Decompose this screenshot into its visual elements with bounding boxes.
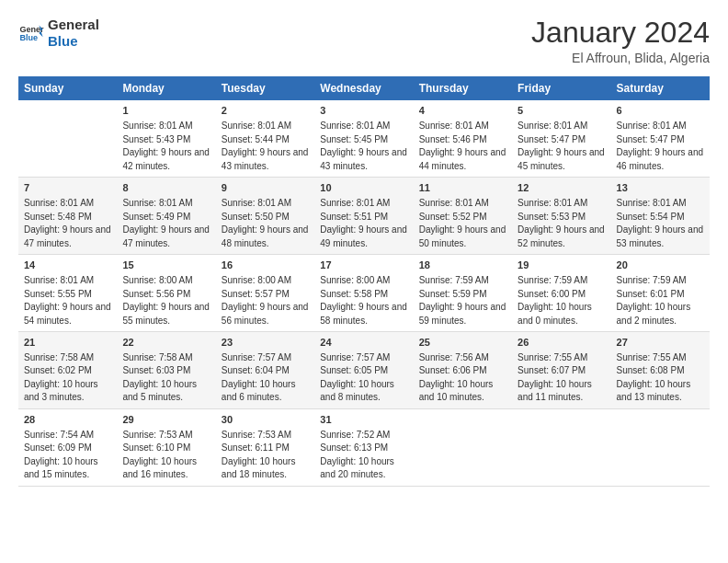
daylight: Daylight: 10 hours and 0 minutes. [518, 302, 592, 326]
sunrise: Sunrise: 7:53 AM [122, 430, 192, 440]
sunrise: Sunrise: 8:01 AM [122, 198, 192, 208]
daylight: Daylight: 10 hours and 3 minutes. [24, 379, 98, 403]
calendar-cell: 1Sunrise: 8:01 AMSunset: 5:43 PMDaylight… [117, 100, 215, 177]
day-number: 30 [222, 413, 309, 428]
daylight: Daylight: 10 hours and 8 minutes. [320, 379, 394, 403]
sunset: Sunset: 5:59 PM [419, 289, 487, 299]
sunset: Sunset: 5:54 PM [617, 212, 685, 222]
sunset: Sunset: 6:03 PM [122, 365, 190, 375]
calendar-cell: 19Sunrise: 7:59 AMSunset: 6:00 PMDayligh… [512, 255, 610, 332]
calendar-cell: 9Sunrise: 8:01 AMSunset: 5:50 PMDaylight… [216, 178, 314, 255]
calendar-cell: 23Sunrise: 7:57 AMSunset: 6:04 PMDayligh… [216, 332, 314, 409]
calendar-week-3: 14Sunrise: 8:01 AMSunset: 5:55 PMDayligh… [18, 255, 710, 332]
sunrise: Sunrise: 8:01 AM [617, 121, 687, 131]
sunrise: Sunrise: 8:01 AM [24, 275, 94, 285]
calendar-cell: 30Sunrise: 7:53 AMSunset: 6:11 PMDayligh… [216, 408, 314, 486]
daylight: Daylight: 9 hours and 52 minutes. [518, 224, 605, 248]
sunrise: Sunrise: 7:55 AM [617, 352, 687, 362]
col-monday: Monday [117, 76, 215, 100]
day-number: 18 [419, 259, 506, 273]
sunrise: Sunrise: 8:00 AM [122, 275, 192, 285]
sunset: Sunset: 5:57 PM [222, 289, 290, 299]
daylight: Daylight: 9 hours and 59 minutes. [419, 302, 506, 326]
daylight: Daylight: 9 hours and 55 minutes. [122, 302, 210, 326]
daylight: Daylight: 10 hours and 13 minutes. [617, 379, 691, 403]
sunset: Sunset: 6:05 PM [320, 365, 388, 375]
sunrise: Sunrise: 8:01 AM [222, 198, 291, 208]
col-sunday: Sunday [18, 76, 117, 100]
col-wednesday: Wednesday [314, 76, 413, 100]
calendar-cell: 24Sunrise: 7:57 AMSunset: 6:05 PMDayligh… [314, 332, 413, 409]
daylight: Daylight: 10 hours and 18 minutes. [222, 456, 296, 480]
daylight: Daylight: 9 hours and 56 minutes. [222, 302, 309, 326]
col-tuesday: Tuesday [216, 76, 314, 100]
header-row: Sunday Monday Tuesday Wednesday Thursday… [18, 76, 710, 100]
daylight: Daylight: 10 hours and 11 minutes. [518, 379, 592, 403]
sunrise: Sunrise: 8:01 AM [222, 121, 291, 131]
daylight: Daylight: 10 hours and 20 minutes. [320, 456, 394, 480]
sunset: Sunset: 5:48 PM [24, 212, 92, 222]
sunset: Sunset: 6:08 PM [617, 365, 685, 375]
day-number: 1 [122, 104, 210, 119]
sunset: Sunset: 5:56 PM [122, 289, 190, 299]
day-number: 29 [122, 413, 210, 428]
sunrise: Sunrise: 8:01 AM [518, 121, 587, 131]
sunset: Sunset: 5:55 PM [24, 289, 92, 299]
day-number: 8 [122, 181, 210, 196]
sunrise: Sunrise: 8:01 AM [320, 198, 390, 208]
calendar-cell: 12Sunrise: 8:01 AMSunset: 5:53 PMDayligh… [512, 178, 610, 255]
calendar-cell: 26Sunrise: 7:55 AMSunset: 6:07 PMDayligh… [512, 332, 610, 409]
calendar-cell: 18Sunrise: 7:59 AMSunset: 5:59 PMDayligh… [414, 255, 512, 332]
daylight: Daylight: 10 hours and 15 minutes. [24, 456, 98, 480]
calendar-cell [18, 100, 117, 177]
col-friday: Friday [512, 76, 610, 100]
sunset: Sunset: 6:02 PM [24, 365, 92, 375]
sunset: Sunset: 5:47 PM [518, 134, 586, 144]
sunset: Sunset: 6:04 PM [222, 365, 290, 375]
sunrise: Sunrise: 7:57 AM [320, 352, 390, 362]
calendar-table: Sunday Monday Tuesday Wednesday Thursday… [18, 76, 710, 487]
sunset: Sunset: 5:46 PM [419, 134, 487, 144]
sunrise: Sunrise: 7:58 AM [24, 352, 94, 362]
calendar-cell: 8Sunrise: 8:01 AMSunset: 5:49 PMDaylight… [117, 178, 215, 255]
calendar-cell: 7Sunrise: 8:01 AMSunset: 5:48 PMDaylight… [18, 178, 117, 255]
title-area: January 2024 El Affroun, Blida, Algeria [531, 17, 710, 65]
daylight: Daylight: 9 hours and 54 minutes. [24, 302, 111, 326]
sunrise: Sunrise: 7:57 AM [222, 352, 291, 362]
day-number: 7 [24, 181, 111, 196]
calendar-cell: 22Sunrise: 7:58 AMSunset: 6:03 PMDayligh… [117, 332, 215, 409]
sunset: Sunset: 5:51 PM [320, 212, 388, 222]
sunset: Sunset: 6:10 PM [122, 442, 190, 453]
sunset: Sunset: 6:11 PM [222, 442, 290, 453]
day-number: 3 [320, 104, 407, 119]
daylight: Daylight: 9 hours and 47 minutes. [24, 224, 111, 248]
calendar-cell: 15Sunrise: 8:00 AMSunset: 5:56 PMDayligh… [117, 255, 215, 332]
day-number: 26 [518, 336, 605, 350]
sunrise: Sunrise: 8:01 AM [617, 198, 687, 208]
calendar-cell: 20Sunrise: 7:59 AMSunset: 6:01 PMDayligh… [611, 255, 710, 332]
calendar-cell: 28Sunrise: 7:54 AMSunset: 6:09 PMDayligh… [18, 408, 117, 486]
day-number: 19 [518, 259, 605, 273]
daylight: Daylight: 10 hours and 16 minutes. [122, 456, 197, 480]
calendar-cell: 17Sunrise: 8:00 AMSunset: 5:58 PMDayligh… [314, 255, 413, 332]
daylight: Daylight: 9 hours and 46 minutes. [617, 147, 704, 171]
sunset: Sunset: 6:13 PM [320, 442, 388, 453]
sunrise: Sunrise: 7:59 AM [419, 275, 489, 285]
sunrise: Sunrise: 8:01 AM [419, 121, 489, 131]
sunrise: Sunrise: 8:00 AM [222, 275, 291, 285]
calendar-cell: 16Sunrise: 8:00 AMSunset: 5:57 PMDayligh… [216, 255, 314, 332]
header: General Blue General Blue January 2024 E… [18, 17, 710, 65]
calendar-cell: 21Sunrise: 7:58 AMSunset: 6:02 PMDayligh… [18, 332, 117, 409]
calendar-cell: 14Sunrise: 8:01 AMSunset: 5:55 PMDayligh… [18, 255, 117, 332]
sunset: Sunset: 6:09 PM [24, 442, 92, 453]
daylight: Daylight: 9 hours and 45 minutes. [518, 147, 605, 171]
day-number: 16 [222, 259, 309, 273]
day-number: 27 [617, 336, 704, 350]
daylight: Daylight: 9 hours and 50 minutes. [419, 224, 506, 248]
daylight: Daylight: 9 hours and 47 minutes. [122, 224, 210, 248]
day-number: 12 [518, 181, 605, 196]
sunrise: Sunrise: 8:00 AM [320, 275, 390, 285]
daylight: Daylight: 9 hours and 44 minutes. [419, 147, 506, 171]
day-number: 20 [617, 259, 704, 273]
sunset: Sunset: 6:07 PM [518, 365, 586, 375]
